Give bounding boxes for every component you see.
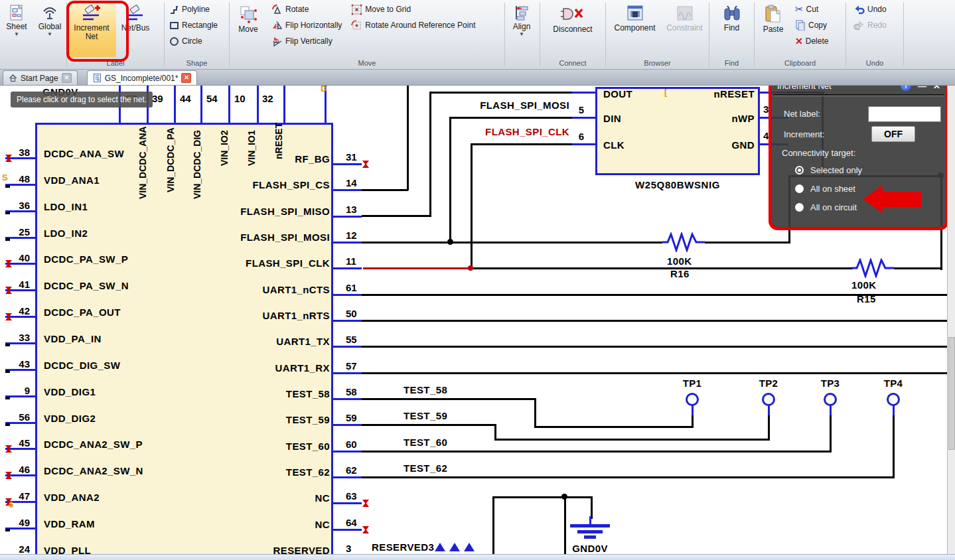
net-label-input[interactable] xyxy=(868,106,941,122)
flash-pin-stub[interactable] xyxy=(572,117,597,119)
close-tab-icon[interactable]: ✕ xyxy=(62,73,72,83)
ic-top-pin-stub[interactable] xyxy=(200,85,202,123)
rectangle-button[interactable]: Rectangle xyxy=(167,17,220,33)
net-label[interactable]: TEST_60 xyxy=(404,437,447,448)
cut-button[interactable]: ✂ Cut xyxy=(793,1,820,17)
net-label[interactable]: TEST_59 xyxy=(404,410,447,421)
ic-top-pin-stub[interactable] xyxy=(283,85,285,123)
radio-all-on-circuit[interactable] xyxy=(795,203,804,212)
test-point-stub[interactable] xyxy=(692,405,694,415)
scrollbar-thumb[interactable] xyxy=(948,337,955,450)
test-point-stub[interactable] xyxy=(768,405,770,415)
wire[interactable] xyxy=(450,117,575,119)
wire[interactable] xyxy=(362,215,430,217)
wire[interactable] xyxy=(705,242,790,244)
wire[interactable] xyxy=(591,496,593,519)
ic-pin-stub[interactable] xyxy=(333,294,362,296)
net-label[interactable]: TEST_58 xyxy=(404,384,447,395)
radio-all-on-sheet[interactable] xyxy=(795,184,804,193)
undo-button[interactable]: Undo xyxy=(851,1,889,17)
global-button[interactable]: Global ▼ xyxy=(33,1,66,37)
wire[interactable] xyxy=(362,372,948,374)
wire[interactable] xyxy=(534,426,694,428)
wire[interactable] xyxy=(534,398,536,428)
close-tab-icon[interactable]: ✕ xyxy=(181,73,191,83)
test-point-pad[interactable] xyxy=(887,393,900,406)
net-label[interactable]: FLASH_SPI_MOSI xyxy=(463,100,569,111)
increment-net-dialog[interactable]: Increment Net ? — ✕ Net label: Increment… xyxy=(769,74,949,230)
move-button[interactable]: Move xyxy=(230,1,267,34)
highlighted-net-label[interactable]: FLASH_SPI_CLK xyxy=(479,126,569,137)
flip-horizontally-button[interactable]: Flip Horizontally xyxy=(269,17,344,33)
wire[interactable] xyxy=(362,424,494,426)
ic-pin-stub[interactable] xyxy=(333,372,362,374)
circle-button[interactable]: Circle xyxy=(167,33,204,49)
increment-toggle-button[interactable]: OFF xyxy=(871,126,915,142)
wire[interactable] xyxy=(362,346,948,348)
ic-pin-stub[interactable] xyxy=(333,267,362,269)
resistor-R16[interactable] xyxy=(662,232,705,252)
wire[interactable] xyxy=(492,496,494,555)
highlighted-net-wire[interactable] xyxy=(363,267,473,269)
radio-selected-only[interactable] xyxy=(795,166,804,175)
ic-top-pin-stub[interactable] xyxy=(257,85,259,123)
ic-pin-stub[interactable] xyxy=(333,476,362,478)
delete-button[interactable]: ✕ Delete xyxy=(793,33,830,49)
ic-pin-stub[interactable] xyxy=(333,320,362,322)
ic-top-pin-stub[interactable] xyxy=(174,85,176,123)
wire[interactable] xyxy=(494,424,496,441)
wire[interactable] xyxy=(362,320,948,322)
wire[interactable] xyxy=(494,439,770,441)
wire[interactable] xyxy=(362,242,662,244)
net-label[interactable]: RESERVED3 xyxy=(372,541,434,553)
ic-pin-stub[interactable] xyxy=(333,242,362,244)
wire[interactable] xyxy=(692,414,694,428)
wire[interactable] xyxy=(471,143,575,145)
test-point-stub[interactable] xyxy=(830,405,832,415)
wire[interactable] xyxy=(407,85,409,190)
wire[interactable] xyxy=(768,414,770,441)
net-label[interactable]: TEST_62 xyxy=(404,462,447,474)
ic-pin-stub[interactable] xyxy=(333,424,362,426)
disconnect-button[interactable]: Disconnect xyxy=(544,1,601,34)
test-point-stub[interactable] xyxy=(893,405,895,415)
ic-pin-stub[interactable] xyxy=(333,451,362,453)
wire[interactable] xyxy=(429,92,431,217)
ic-pin-stub[interactable] xyxy=(333,346,362,348)
wire[interactable] xyxy=(362,189,408,191)
ic-pin-stub[interactable] xyxy=(333,216,362,218)
rotate-button[interactable]: Rotate xyxy=(269,1,311,17)
move-to-grid-button[interactable]: Move to Grid xyxy=(349,1,413,17)
net-bus-button[interactable]: Net/Bus xyxy=(116,1,155,33)
polyline-button[interactable]: Polyline xyxy=(167,1,212,17)
component-button[interactable]: Component xyxy=(608,1,662,33)
vertical-scrollbar[interactable] xyxy=(947,85,955,554)
paste-button[interactable]: Paste xyxy=(755,1,792,34)
sheet-button[interactable]: Sheet ▼ xyxy=(0,1,33,37)
copy-button[interactable]: Copy xyxy=(793,17,829,33)
flash-pin-stub[interactable] xyxy=(572,143,597,145)
ic-pin-stub[interactable] xyxy=(333,529,362,531)
wire[interactable] xyxy=(893,414,895,478)
flash-pin-stub[interactable] xyxy=(572,92,597,94)
test-point-pad[interactable] xyxy=(762,393,775,406)
ic-pin-stub[interactable] xyxy=(333,502,362,504)
wire[interactable] xyxy=(471,143,473,269)
flash-ic-body[interactable] xyxy=(595,87,760,175)
ic-pin-stub[interactable] xyxy=(333,163,362,165)
wire[interactable] xyxy=(492,496,592,498)
find-button[interactable]: Find xyxy=(713,1,751,33)
align-button[interactable]: Align ▼ xyxy=(505,1,538,37)
wire[interactable] xyxy=(449,117,451,244)
ic-pin-stub[interactable] xyxy=(333,398,362,400)
wire[interactable] xyxy=(362,476,895,478)
wire[interactable] xyxy=(830,414,832,453)
tab-schematic-document[interactable]: GS_Incomplete/001* ✕ xyxy=(87,70,198,85)
resistor-R15[interactable] xyxy=(851,258,895,278)
flip-vertically-button[interactable]: Flip Vertically xyxy=(269,33,334,49)
tab-start-page[interactable]: Start Page ✕ xyxy=(3,70,78,85)
increment-net-button[interactable]: Increment Net xyxy=(67,1,116,57)
wire[interactable] xyxy=(362,451,832,453)
wire[interactable] xyxy=(471,267,853,269)
wire[interactable] xyxy=(894,267,942,269)
